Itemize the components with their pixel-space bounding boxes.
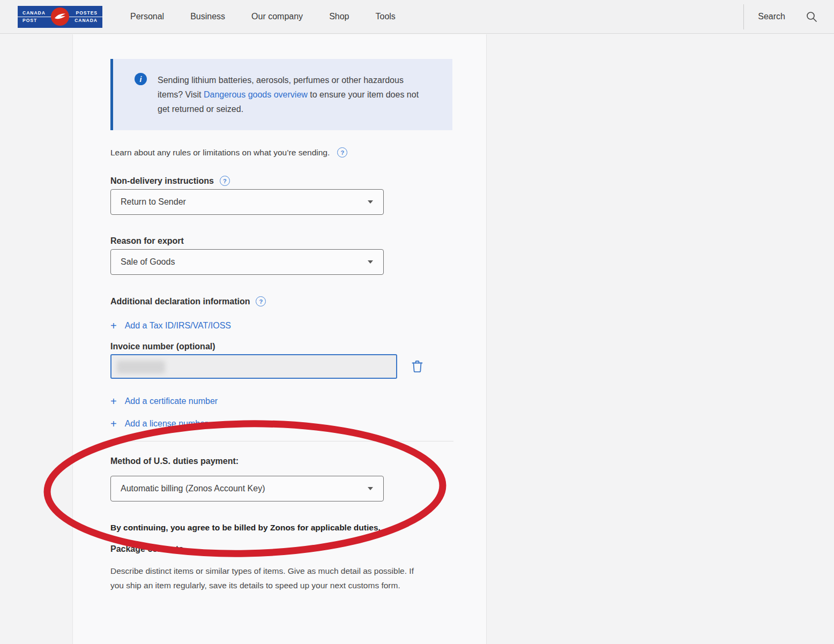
redacted-value — [117, 361, 165, 373]
plus-icon: + — [110, 396, 117, 407]
chevron-down-icon — [368, 200, 373, 204]
non-delivery-label: Non-delivery instructions ? — [110, 176, 453, 186]
info-icon: i — [135, 73, 147, 85]
logo-word: CANADA — [23, 11, 46, 16]
nav-item-shop[interactable]: Shop — [329, 12, 349, 21]
logo-word: POST — [23, 18, 46, 23]
canada-post-wing-icon — [51, 8, 69, 26]
help-icon[interactable]: ? — [337, 147, 347, 158]
non-delivery-value: Return to Sender — [121, 197, 186, 207]
help-icon[interactable]: ? — [220, 176, 230, 186]
logo-word: POSTES — [76, 11, 98, 16]
top-navigation-bar: CANADA POST POSTES CANADA Personal Busin… — [0, 0, 834, 34]
add-license-link[interactable]: + Add a license number — [110, 418, 207, 429]
reason-for-export-select[interactable]: Sale of Goods — [110, 249, 384, 275]
add-certificate-link[interactable]: + Add a certificate number — [110, 396, 218, 407]
section-divider — [110, 441, 453, 441]
additional-declaration-label: Additional declaration information ? — [110, 296, 453, 306]
rules-limitations-line: Learn about any rules or limitations on … — [110, 147, 453, 158]
package-contents-description: Describe distinct items or similar types… — [110, 564, 419, 593]
logo-text-left: CANADA POST — [23, 11, 46, 23]
non-delivery-select[interactable]: Return to Sender — [110, 189, 384, 215]
plus-icon: + — [110, 418, 117, 429]
learn-text: Learn about any rules or limitations on … — [110, 148, 330, 158]
duties-payment-value: Automatic billing (Zonos Account Key) — [121, 484, 265, 493]
duties-payment-select[interactable]: Automatic billing (Zonos Account Key) — [110, 476, 384, 501]
logo-text-right: POSTES CANADA — [75, 11, 98, 23]
trash-icon[interactable] — [412, 360, 423, 373]
chevron-down-icon — [368, 487, 373, 490]
invoice-number-row — [110, 354, 453, 379]
search-area: Search — [743, 4, 834, 29]
nav-item-personal[interactable]: Personal — [130, 12, 164, 21]
hazardous-goods-alert: i Sending lithium batteries, aerosols, p… — [110, 59, 452, 130]
package-contents-title: Package contents — [110, 544, 453, 554]
plus-icon: + — [110, 320, 117, 331]
invoice-number-input[interactable] — [110, 354, 397, 379]
nav-item-our-company[interactable]: Our company — [251, 12, 303, 21]
reason-for-export-value: Sale of Goods — [121, 257, 175, 267]
primary-nav: Personal Business Our company Shop Tools — [130, 12, 396, 21]
reason-for-export-label: Reason for export — [110, 236, 453, 246]
nav-item-tools[interactable]: Tools — [376, 12, 396, 21]
canada-post-logo[interactable]: CANADA POST POSTES CANADA — [18, 6, 102, 28]
search-button[interactable]: Search — [758, 12, 785, 21]
customs-form-card: i Sending lithium batteries, aerosols, p… — [72, 34, 487, 644]
dangerous-goods-link[interactable]: Dangerous goods overview — [204, 90, 308, 99]
logo-word: CANADA — [75, 18, 98, 23]
alert-text: Sending lithium batteries, aerosols, per… — [158, 73, 428, 116]
zonos-agree-text: By continuing, you agree to be billed by… — [110, 523, 432, 533]
search-icon[interactable] — [806, 11, 818, 23]
add-tax-id-link[interactable]: + Add a Tax ID/IRS/VAT/IOSS — [110, 320, 231, 331]
invoice-number-label: Invoice number (optional) — [110, 342, 453, 351]
duties-payment-label: Method of U.S. duties payment: — [110, 456, 453, 466]
chevron-down-icon — [368, 260, 373, 264]
nav-item-business[interactable]: Business — [190, 12, 225, 21]
page-body: i Sending lithium batteries, aerosols, p… — [0, 34, 834, 644]
help-icon[interactable]: ? — [256, 296, 266, 306]
